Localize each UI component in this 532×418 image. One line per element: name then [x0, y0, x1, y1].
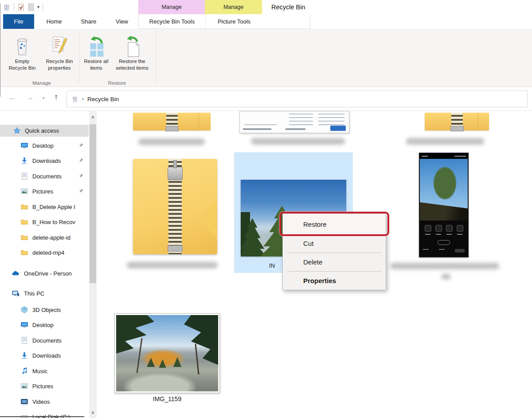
sidebar-item-this-pc[interactable]: This PC	[0, 287, 89, 300]
sidebar-item-label: Music	[32, 368, 47, 375]
contextual-tabs-block: Recycle Bin Tools Picture Tools	[138, 14, 310, 29]
blurred-filename	[251, 138, 345, 145]
sidebar-item-desktop-pc[interactable]: Desktop	[0, 319, 89, 331]
recycle-bin-icon	[3, 3, 11, 11]
zipped-folder-tile[interactable]	[133, 113, 211, 130]
scrollbar-thumb[interactable]	[90, 124, 96, 283]
zipper-slider	[168, 167, 183, 180]
forward-arrow-icon[interactable]: →	[26, 93, 34, 102]
address-bar-row: ← → ▾ ↑ › Recycle Bin	[0, 87, 532, 111]
breadcrumb-chevron-icon: ›	[82, 96, 84, 102]
recycle-bin-properties-button[interactable]: Recycle Bin properties	[41, 32, 78, 81]
local-disk-icon	[20, 413, 28, 418]
zipper-clasp	[450, 126, 464, 131]
desktop-icon	[20, 321, 28, 329]
sidebar-item-music[interactable]: Music	[0, 365, 89, 377]
quick-access-label: Quick access	[25, 127, 59, 134]
restore-selected-items-icon	[123, 32, 141, 58]
desktop-icon	[20, 142, 28, 150]
zipped-folder-tile[interactable]	[425, 113, 489, 130]
sidebar-item-desktop[interactable]: Desktop	[0, 139, 89, 152]
folder-fold-line	[478, 113, 478, 130]
sidebar-item-quick-access[interactable]: Quick access	[0, 125, 89, 137]
context-menu-item-cut[interactable]: Cut	[283, 234, 386, 252]
restore-all-items-button[interactable]: Restore all items	[82, 32, 111, 81]
tab-recycle-bin-tools[interactable]: Recycle Bin Tools	[139, 14, 205, 29]
document-screenshot-tile[interactable]	[239, 111, 349, 133]
img-1159-tile[interactable]	[114, 313, 220, 393]
sidebar-item-downloads[interactable]: Downloads	[0, 154, 89, 167]
context-menu-item-properties[interactable]: Properties	[283, 272, 386, 290]
folder-icon	[20, 233, 28, 241]
phone-edit-ui	[419, 221, 468, 257]
contextual-header-picture: Manage	[205, 0, 262, 14]
blurred-filename	[406, 138, 484, 145]
pictures-icon	[20, 382, 28, 390]
checkmark-document-icon[interactable]	[17, 3, 25, 11]
rock-decoration	[124, 373, 196, 391]
up-arrow-icon[interactable]: ↑	[54, 93, 59, 101]
panel-icon[interactable]	[28, 3, 34, 11]
context-menu-item-restore[interactable]: Restore	[283, 214, 386, 234]
sidebar-item-folder[interactable]: B_How to Recov	[0, 216, 89, 228]
sidebar-item-label: Desktop	[32, 322, 54, 328]
zipped-folder-tile-large[interactable]	[133, 159, 217, 254]
breadcrumb-location[interactable]: Recycle Bin	[87, 96, 119, 103]
tab-view[interactable]: View	[109, 14, 135, 29]
restore-selected-items-button[interactable]: Restore the selected items	[112, 32, 153, 81]
sidebar-item-label: Documents	[32, 173, 62, 180]
ribbon-tab-row: File Home Share View Recycle Bin Tools P…	[0, 14, 532, 29]
sidebar-item-folder[interactable]: deleted-mp4	[0, 246, 89, 259]
documents-icon	[20, 172, 28, 180]
folder-fold-line	[199, 113, 199, 130]
sidebar-item-label: Downloads	[32, 158, 61, 164]
context-menu-item-delete[interactable]: Delete	[283, 253, 386, 271]
back-arrow-icon[interactable]: ←	[8, 93, 16, 102]
customize-toolbar-caret-icon[interactable]: ▾	[37, 5, 39, 9]
doc-line	[243, 128, 271, 130]
sidebar-item-pictures-pc[interactable]: Pictures	[0, 380, 89, 392]
blurred-filename	[390, 263, 499, 269]
blurred-filename	[127, 262, 218, 268]
zipper-clasp	[168, 245, 183, 252]
phone-screenshot-tile[interactable]	[419, 153, 469, 257]
blurred-filename	[138, 138, 205, 145]
img-1159-label: IMG_1159	[114, 395, 220, 402]
ribbon-group-separator	[156, 31, 156, 83]
sidebar-scrollbar[interactable]: ∧ ∨	[89, 111, 97, 418]
empty-recycle-bin-icon	[15, 32, 30, 58]
doc-blue-button-decoration	[330, 126, 345, 131]
sidebar-item-onedrive[interactable]: OneDrive - Person	[0, 267, 89, 280]
edit-icon	[457, 225, 463, 232]
sidebar-item-downloads-pc[interactable]: Downloads	[0, 349, 89, 362]
recycle-bin-properties-icon	[51, 32, 68, 58]
empty-recycle-bin-button[interactable]: Empty Recycle Bin	[5, 32, 39, 81]
tab-picture-tools[interactable]: Picture Tools	[205, 14, 262, 29]
sidebar-item-documents-pc[interactable]: Documents	[0, 334, 89, 347]
sidebar-item-label: This PC	[24, 290, 44, 297]
sidebar-item-folder[interactable]: B_Delete Apple I	[0, 201, 89, 213]
recent-locations-caret-icon[interactable]: ▾	[43, 96, 45, 100]
sidebar-item-videos[interactable]: Videos	[0, 395, 89, 408]
ribbon: Empty Recycle Bin Recycle Bin properties…	[0, 29, 532, 87]
tab-share[interactable]: Share	[74, 14, 103, 29]
address-box[interactable]: › Recycle Bin	[66, 91, 528, 107]
bottom-row-decoration	[419, 249, 468, 252]
label-decoration	[446, 234, 452, 235]
sidebar-item-folder[interactable]: delete-apple-id	[0, 231, 89, 244]
toolbar-separator	[43, 3, 43, 11]
documents-icon	[20, 336, 28, 344]
tab-file[interactable]: File	[3, 14, 34, 29]
table-rows-decoration	[318, 114, 344, 126]
sidebar-item-documents[interactable]: Documents	[0, 170, 89, 182]
tree-decoration	[430, 166, 459, 204]
sidebar-item-3d-objects[interactable]: 3D Objects	[0, 304, 89, 316]
tab-home[interactable]: Home	[40, 14, 68, 29]
pin-icon	[78, 173, 83, 180]
scroll-down-icon[interactable]: ∨	[89, 408, 97, 416]
sidebar-item-label: Documents	[32, 337, 62, 344]
scroll-up-icon[interactable]: ∧	[89, 113, 97, 121]
window-title: Recycle Bin	[271, 0, 305, 14]
sidebar-item-label: OneDrive - Person	[24, 270, 72, 277]
sidebar-item-pictures[interactable]: Pictures	[0, 185, 89, 197]
